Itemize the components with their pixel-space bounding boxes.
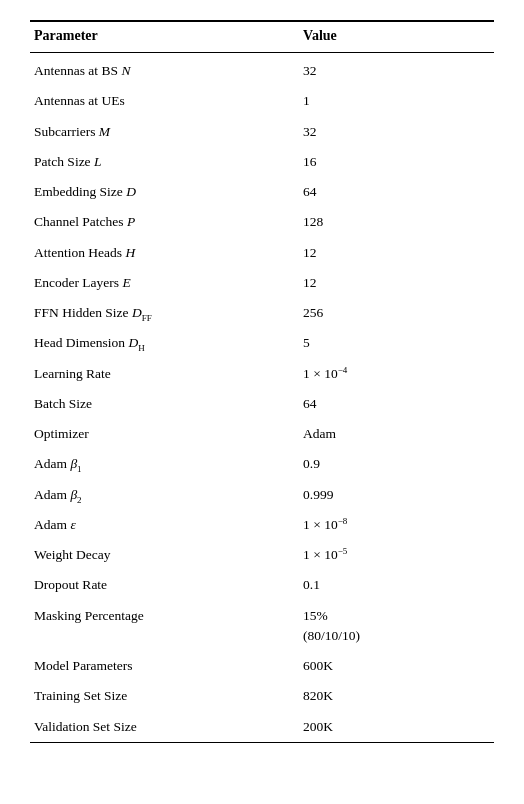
value-cell: 0.1 (299, 570, 494, 600)
param-cell: Training Set Size (30, 681, 299, 711)
param-cell: Patch Size L (30, 147, 299, 177)
value-cell: 1 × 10−8 (299, 510, 494, 540)
table-row: Encoder Layers E12 (30, 268, 494, 298)
param-cell: Model Parameters (30, 651, 299, 681)
value-cell: 15%(80/10/10) (299, 601, 494, 652)
value-cell: 5 (299, 328, 494, 358)
value-cell: 16 (299, 147, 494, 177)
table-row: OptimizerAdam (30, 419, 494, 449)
param-cell: FFN Hidden Size DFF (30, 298, 299, 328)
value-cell: 128 (299, 207, 494, 237)
table-row: Channel Patches P128 (30, 207, 494, 237)
param-cell: Dropout Rate (30, 570, 299, 600)
parameters-table: Parameter Value Antennas at BS N32Antenn… (30, 20, 494, 743)
main-table-container: Parameter Value Antennas at BS N32Antenn… (30, 20, 494, 743)
param-cell: Antennas at BS N (30, 53, 299, 87)
param-cell: Adam β2 (30, 480, 299, 510)
table-row: FFN Hidden Size DFF256 (30, 298, 494, 328)
table-row: Weight Decay1 × 10−5 (30, 540, 494, 570)
value-cell: 64 (299, 177, 494, 207)
param-cell: Subcarriers M (30, 117, 299, 147)
value-cell: 1 × 10−4 (299, 359, 494, 389)
table-row: Antennas at BS N32 (30, 53, 494, 87)
col-header-value: Value (299, 21, 494, 53)
table-row: Learning Rate1 × 10−4 (30, 359, 494, 389)
param-cell: Adam β1 (30, 449, 299, 479)
param-cell: Attention Heads H (30, 238, 299, 268)
table-row: Model Parameters600K (30, 651, 494, 681)
param-cell: Batch Size (30, 389, 299, 419)
table-row: Masking Percentage15%(80/10/10) (30, 601, 494, 652)
table-row: Batch Size64 (30, 389, 494, 419)
table-row: Dropout Rate0.1 (30, 570, 494, 600)
table-row: Validation Set Size200K (30, 712, 494, 743)
param-cell: Adam ε (30, 510, 299, 540)
value-cell: 820K (299, 681, 494, 711)
col-header-parameter: Parameter (30, 21, 299, 53)
table-row: Antennas at UEs1 (30, 86, 494, 116)
value-cell: 200K (299, 712, 494, 743)
table-row: Subcarriers M32 (30, 117, 494, 147)
table-row: Adam ε1 × 10−8 (30, 510, 494, 540)
value-cell: 600K (299, 651, 494, 681)
value-cell: 256 (299, 298, 494, 328)
value-cell: 1 × 10−5 (299, 540, 494, 570)
param-cell: Encoder Layers E (30, 268, 299, 298)
value-cell: 32 (299, 53, 494, 87)
value-cell: 32 (299, 117, 494, 147)
value-cell: 0.9 (299, 449, 494, 479)
value-cell: 12 (299, 238, 494, 268)
table-row: Adam β10.9 (30, 449, 494, 479)
value-cell: 0.999 (299, 480, 494, 510)
value-cell: Adam (299, 419, 494, 449)
param-cell: Learning Rate (30, 359, 299, 389)
param-cell: Optimizer (30, 419, 299, 449)
param-cell: Head Dimension DH (30, 328, 299, 358)
param-cell: Channel Patches P (30, 207, 299, 237)
param-cell: Embedding Size D (30, 177, 299, 207)
value-cell: 12 (299, 268, 494, 298)
param-cell: Validation Set Size (30, 712, 299, 743)
table-row: Adam β20.999 (30, 480, 494, 510)
param-cell: Antennas at UEs (30, 86, 299, 116)
table-row: Embedding Size D64 (30, 177, 494, 207)
table-row: Patch Size L16 (30, 147, 494, 177)
param-cell: Masking Percentage (30, 601, 299, 652)
table-row: Training Set Size820K (30, 681, 494, 711)
value-cell: 64 (299, 389, 494, 419)
table-row: Attention Heads H12 (30, 238, 494, 268)
value-cell: 1 (299, 86, 494, 116)
table-row: Head Dimension DH5 (30, 328, 494, 358)
param-cell: Weight Decay (30, 540, 299, 570)
